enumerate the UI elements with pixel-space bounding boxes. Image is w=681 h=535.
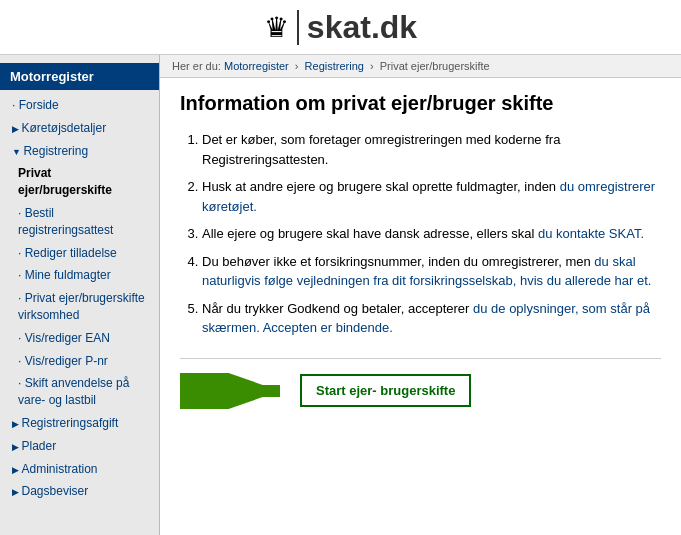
sidebar-item-bestil[interactable]: Bestil registreringsattest [0, 202, 159, 242]
list-item: Det er køber, som foretager omregistreri… [202, 130, 661, 169]
breadcrumb-current: Privat ejer/brugerskifte [380, 60, 490, 72]
list-item: Du behøver ikke et forsikringsnummer, in… [202, 252, 661, 291]
breadcrumb-motorregister[interactable]: Motorregister [224, 60, 289, 72]
page-title: Information om privat ejer/bruger skifte [180, 90, 661, 116]
sidebar-item-registrering[interactable]: Registrering [0, 140, 159, 163]
sidebar-item-mine-fuldmagter[interactable]: Mine fuldmagter [0, 264, 159, 287]
breadcrumb: Her er du: Motorregister › Registrering … [160, 55, 681, 78]
sidebar-item-privat-ejer: Privatejer/brugerskifte [0, 162, 159, 202]
cta-area: Start ejer- brugerskifte [180, 358, 661, 409]
crown-icon: ♛ [264, 11, 289, 44]
sidebar-item-skift-anvendelse[interactable]: Skift anvendelse på vare- og lastbil [0, 372, 159, 412]
logo-divider [297, 10, 299, 45]
sidebar-item-dagsbeviser[interactable]: Dagsbeviser [0, 480, 159, 503]
sidebar-item-plader[interactable]: Plader [0, 435, 159, 458]
sidebar-item-ean[interactable]: Vis/rediger EAN [0, 327, 159, 350]
sidebar-item-privat-virksomhed[interactable]: Privat ejer/brugerskifte virksomhed [0, 287, 159, 327]
logo-area: ♛ skat.dk [264, 9, 417, 46]
list-item: Når du trykker Godkend og betaler, accep… [202, 299, 661, 338]
info-list: Det er køber, som foretager omregistreri… [202, 130, 661, 338]
logo-text: skat.dk [307, 9, 417, 46]
start-button[interactable]: Start ejer- brugerskifte [300, 374, 471, 407]
breadcrumb-sep-2: › [370, 60, 374, 72]
page-header: ♛ skat.dk [0, 0, 681, 55]
content-area: Information om privat ejer/bruger skifte… [160, 78, 681, 429]
green-arrow-icon [180, 373, 300, 409]
list-item: Husk at andre ejere og brugere skal opre… [202, 177, 661, 216]
sidebar-item-koeretoejsdetaljer[interactable]: Køretøjsdetaljer [0, 117, 159, 140]
breadcrumb-registrering[interactable]: Registrering [305, 60, 364, 72]
sidebar-title: Motorregister [0, 63, 159, 90]
sidebar-item-forside[interactable]: Forside [0, 94, 159, 117]
main-layout: Motorregister Forside Køretøjsdetaljer R… [0, 55, 681, 535]
sidebar: Motorregister Forside Køretøjsdetaljer R… [0, 55, 160, 535]
arrow-container [180, 373, 300, 409]
list-item: Alle ejere og brugere skal have dansk ad… [202, 224, 661, 244]
sidebar-item-administration[interactable]: Administration [0, 458, 159, 481]
sidebar-item-pnr[interactable]: Vis/rediger P-nr [0, 350, 159, 373]
main-content: Her er du: Motorregister › Registrering … [160, 55, 681, 535]
sidebar-item-registreringsafgift[interactable]: Registreringsafgift [0, 412, 159, 435]
sidebar-item-rediger[interactable]: Rediger tilladelse [0, 242, 159, 265]
breadcrumb-prefix: Her er du: [172, 60, 221, 72]
breadcrumb-sep-1: › [295, 60, 299, 72]
